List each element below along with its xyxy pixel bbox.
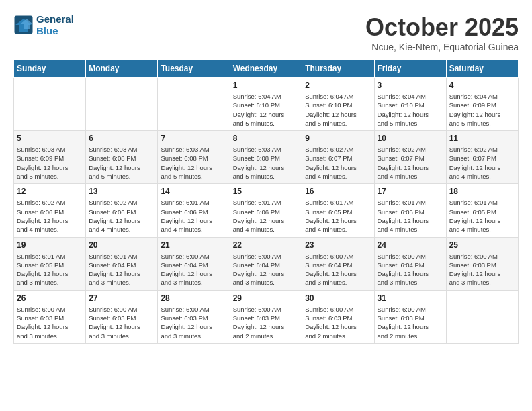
header-thursday: Thursday xyxy=(302,60,374,78)
day-number: 6 xyxy=(89,134,154,143)
calendar-week-row: 26Sunrise: 6:00 AMSunset: 6:03 PMDayligh… xyxy=(14,290,519,343)
day-info: Sunrise: 6:03 AMSunset: 6:09 PMDaylight:… xyxy=(17,145,83,181)
day-number: 3 xyxy=(378,81,443,90)
calendar-week-row: 12Sunrise: 6:02 AMSunset: 6:06 PMDayligh… xyxy=(14,184,519,237)
header-sunday: Sunday xyxy=(14,60,86,78)
day-info: Sunrise: 6:00 AMSunset: 6:04 PMDaylight:… xyxy=(233,252,300,287)
day-number: 24 xyxy=(378,240,443,250)
day-info: Sunrise: 6:02 AMSunset: 6:07 PMDaylight:… xyxy=(305,145,371,181)
day-number: 17 xyxy=(378,187,443,196)
day-info: Sunrise: 6:02 AMSunset: 6:07 PMDaylight:… xyxy=(378,145,443,181)
day-number: 12 xyxy=(17,187,83,196)
table-row: 16Sunrise: 6:01 AMSunset: 6:05 PMDayligh… xyxy=(302,184,374,237)
table-row: 30Sunrise: 6:00 AMSunset: 6:03 PMDayligh… xyxy=(302,290,374,343)
table-row xyxy=(158,78,230,131)
day-number: 7 xyxy=(161,134,226,143)
day-number: 26 xyxy=(17,293,83,303)
table-row: 31Sunrise: 6:00 AMSunset: 6:03 PMDayligh… xyxy=(374,290,446,343)
day-info: Sunrise: 6:01 AMSunset: 6:05 PMDaylight:… xyxy=(449,198,515,234)
table-row: 25Sunrise: 6:00 AMSunset: 6:03 PMDayligh… xyxy=(446,237,518,290)
calendar-week-row: 5Sunrise: 6:03 AMSunset: 6:09 PMDaylight… xyxy=(14,131,519,184)
day-info: Sunrise: 6:01 AMSunset: 6:05 PMDaylight:… xyxy=(378,198,443,234)
day-info: Sunrise: 6:00 AMSunset: 6:03 PMDaylight:… xyxy=(378,305,443,340)
table-row: 9Sunrise: 6:02 AMSunset: 6:07 PMDaylight… xyxy=(302,131,374,184)
table-row: 6Sunrise: 6:03 AMSunset: 6:08 PMDaylight… xyxy=(86,131,158,184)
table-row: 14Sunrise: 6:01 AMSunset: 6:06 PMDayligh… xyxy=(158,184,230,237)
day-number: 27 xyxy=(89,293,154,303)
table-row: 8Sunrise: 6:03 AMSunset: 6:08 PMDaylight… xyxy=(230,131,302,184)
day-info: Sunrise: 6:01 AMSunset: 6:05 PMDaylight:… xyxy=(17,252,83,287)
table-row: 29Sunrise: 6:00 AMSunset: 6:03 PMDayligh… xyxy=(230,290,302,343)
table-row: 15Sunrise: 6:01 AMSunset: 6:06 PMDayligh… xyxy=(230,184,302,237)
header-monday: Monday xyxy=(86,60,158,78)
day-number: 13 xyxy=(89,187,154,196)
calendar-week-row: 1Sunrise: 6:04 AMSunset: 6:10 PMDaylight… xyxy=(14,78,519,131)
table-row: 21Sunrise: 6:00 AMSunset: 6:04 PMDayligh… xyxy=(158,237,230,290)
table-row: 12Sunrise: 6:02 AMSunset: 6:06 PMDayligh… xyxy=(14,184,86,237)
day-number: 31 xyxy=(378,293,443,303)
title-section: October 2025 Ncue, Kie-Ntem, Equatorial … xyxy=(365,13,519,52)
day-info: Sunrise: 6:00 AMSunset: 6:03 PMDaylight:… xyxy=(161,305,226,340)
table-row: 24Sunrise: 6:00 AMSunset: 6:04 PMDayligh… xyxy=(374,237,446,290)
location-subtitle: Ncue, Kie-Ntem, Equatorial Guinea xyxy=(365,42,519,52)
day-info: Sunrise: 6:03 AMSunset: 6:08 PMDaylight:… xyxy=(161,145,226,181)
table-row: 28Sunrise: 6:00 AMSunset: 6:03 PMDayligh… xyxy=(158,290,230,343)
header-wednesday: Wednesday xyxy=(230,60,302,78)
day-info: Sunrise: 6:01 AMSunset: 6:05 PMDaylight:… xyxy=(305,198,371,234)
day-info: Sunrise: 6:00 AMSunset: 6:03 PMDaylight:… xyxy=(17,305,83,340)
day-info: Sunrise: 6:03 AMSunset: 6:08 PMDaylight:… xyxy=(89,145,154,181)
header-friday: Friday xyxy=(374,60,446,78)
day-info: Sunrise: 6:00 AMSunset: 6:04 PMDaylight:… xyxy=(161,252,226,287)
table-row: 20Sunrise: 6:01 AMSunset: 6:04 PMDayligh… xyxy=(86,237,158,290)
day-info: Sunrise: 6:03 AMSunset: 6:08 PMDaylight:… xyxy=(233,145,300,181)
day-number: 1 xyxy=(233,81,300,90)
day-info: Sunrise: 6:02 AMSunset: 6:06 PMDaylight:… xyxy=(17,198,83,234)
day-info: Sunrise: 6:02 AMSunset: 6:07 PMDaylight:… xyxy=(449,145,515,181)
table-row: 13Sunrise: 6:02 AMSunset: 6:06 PMDayligh… xyxy=(86,184,158,237)
header-saturday: Saturday xyxy=(446,60,518,78)
day-info: Sunrise: 6:04 AMSunset: 6:09 PMDaylight:… xyxy=(449,92,515,128)
table-row: 11Sunrise: 6:02 AMSunset: 6:07 PMDayligh… xyxy=(446,131,518,184)
day-number: 28 xyxy=(161,293,226,303)
day-number: 10 xyxy=(378,134,443,143)
calendar-table: Sunday Monday Tuesday Wednesday Thursday… xyxy=(13,59,519,344)
table-row: 23Sunrise: 6:00 AMSunset: 6:04 PMDayligh… xyxy=(302,237,374,290)
day-info: Sunrise: 6:04 AMSunset: 6:10 PMDaylight:… xyxy=(305,92,371,128)
day-number: 11 xyxy=(449,134,515,143)
table-row xyxy=(86,78,158,131)
day-number: 5 xyxy=(17,134,83,143)
table-row: 4Sunrise: 6:04 AMSunset: 6:09 PMDaylight… xyxy=(446,78,518,131)
calendar-week-row: 19Sunrise: 6:01 AMSunset: 6:05 PMDayligh… xyxy=(14,237,519,290)
day-info: Sunrise: 6:00 AMSunset: 6:03 PMDaylight:… xyxy=(89,305,154,340)
day-number: 16 xyxy=(305,187,371,196)
table-row: 5Sunrise: 6:03 AMSunset: 6:09 PMDaylight… xyxy=(14,131,86,184)
day-number: 8 xyxy=(233,134,300,143)
day-info: Sunrise: 6:00 AMSunset: 6:03 PMDaylight:… xyxy=(449,252,515,287)
table-row: 27Sunrise: 6:00 AMSunset: 6:03 PMDayligh… xyxy=(86,290,158,343)
table-row: 3Sunrise: 6:04 AMSunset: 6:10 PMDaylight… xyxy=(374,78,446,131)
day-number: 23 xyxy=(305,240,371,250)
day-number: 20 xyxy=(89,240,154,250)
day-info: Sunrise: 6:00 AMSunset: 6:03 PMDaylight:… xyxy=(305,305,371,340)
logo: General Blue xyxy=(13,13,74,36)
day-number: 19 xyxy=(17,240,83,250)
day-number: 30 xyxy=(305,293,371,303)
day-number: 9 xyxy=(305,134,371,143)
day-number: 14 xyxy=(161,187,226,196)
day-number: 29 xyxy=(233,293,300,303)
logo-icon xyxy=(13,15,34,35)
table-row: 17Sunrise: 6:01 AMSunset: 6:05 PMDayligh… xyxy=(374,184,446,237)
month-year-title: October 2025 xyxy=(365,13,519,42)
day-number: 15 xyxy=(233,187,300,196)
table-row xyxy=(446,290,518,343)
calendar-header-row: Sunday Monday Tuesday Wednesday Thursday… xyxy=(14,60,519,78)
day-number: 18 xyxy=(449,187,515,196)
table-row: 18Sunrise: 6:01 AMSunset: 6:05 PMDayligh… xyxy=(446,184,518,237)
day-info: Sunrise: 6:00 AMSunset: 6:04 PMDaylight:… xyxy=(378,252,443,287)
day-info: Sunrise: 6:04 AMSunset: 6:10 PMDaylight:… xyxy=(378,92,443,128)
day-info: Sunrise: 6:00 AMSunset: 6:04 PMDaylight:… xyxy=(305,252,371,287)
header-section: General Blue October 2025 Ncue, Kie-Ntem… xyxy=(13,13,519,52)
day-info: Sunrise: 6:01 AMSunset: 6:04 PMDaylight:… xyxy=(89,252,154,287)
day-number: 21 xyxy=(161,240,226,250)
day-info: Sunrise: 6:02 AMSunset: 6:06 PMDaylight:… xyxy=(89,198,154,234)
